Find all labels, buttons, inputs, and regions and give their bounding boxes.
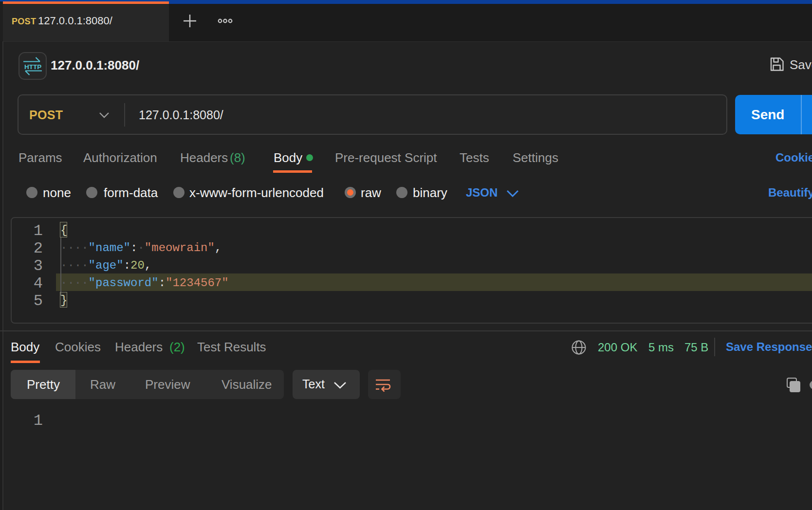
svg-text:HTTP: HTTP (24, 63, 41, 71)
